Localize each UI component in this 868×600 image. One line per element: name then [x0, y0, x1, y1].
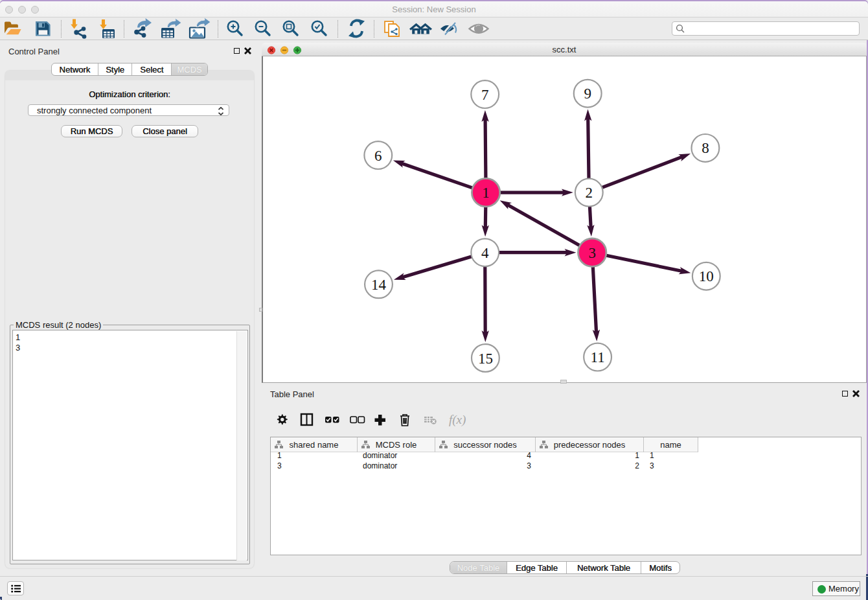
svg-text:9: 9: [584, 86, 591, 102]
svg-text:10: 10: [699, 268, 714, 284]
svg-text:11: 11: [591, 349, 605, 365]
svg-text:7: 7: [481, 87, 489, 103]
svg-text:3: 3: [588, 245, 596, 261]
svg-text:14: 14: [371, 277, 387, 293]
svg-text:f(x): f(x): [449, 413, 466, 427]
svg-text:6: 6: [374, 148, 382, 164]
svg-text:8: 8: [702, 140, 709, 156]
svg-text:2: 2: [586, 185, 593, 201]
svg-text:15: 15: [478, 351, 493, 367]
svg-text:1: 1: [482, 185, 490, 201]
svg-text:4: 4: [481, 245, 489, 261]
